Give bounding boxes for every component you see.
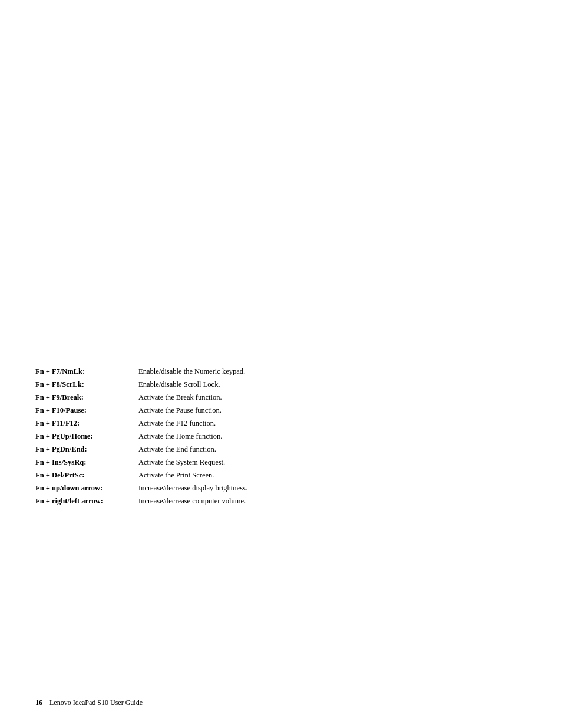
- key-combo: Fn + PgDn/End:: [35, 443, 127, 455]
- key-combo: Fn + Ins/SysRq:: [35, 456, 127, 468]
- key-combo: Fn + right/left arrow:: [35, 495, 127, 507]
- key-description: Activate the Home function.: [127, 430, 527, 442]
- key-description: Activate the Pause function.: [127, 404, 527, 416]
- key-description: Activate the Break function.: [127, 391, 527, 403]
- table-row: Fn + Ins/SysRq:Activate the System Reque…: [35, 456, 527, 468]
- page-container: Fn + F7/NmLk:Enable/disable the Numeric …: [0, 0, 562, 728]
- key-combo: Fn + F11/F12:: [35, 417, 127, 429]
- table-row: Fn + PgDn/End:Activate the End function.: [35, 443, 527, 455]
- key-combo: Fn + PgUp/Home:: [35, 430, 127, 442]
- key-description: Increase/decrease display brightness.: [127, 482, 527, 494]
- table-row: Fn + F9/Break:Activate the Break functio…: [35, 391, 527, 403]
- table-row: Fn + F8/ScrLk:Enable/disable Scroll Lock…: [35, 378, 527, 390]
- key-combo: Fn + F10/Pause:: [35, 404, 127, 416]
- table-row: Fn + F7/NmLk:Enable/disable the Numeric …: [35, 365, 527, 377]
- key-description: Activate the Print Screen.: [127, 469, 527, 481]
- key-combo: Fn + F9/Break:: [35, 391, 127, 403]
- table-row: Fn + F11/F12:Activate the F12 function.: [35, 417, 527, 429]
- table-row: Fn + F10/Pause:Activate the Pause functi…: [35, 404, 527, 416]
- key-description: Increase/decrease computer volume.: [127, 495, 527, 507]
- key-combo: Fn + F7/NmLk:: [35, 365, 127, 377]
- key-description: Activate the F12 function.: [127, 417, 527, 429]
- table-row: Fn + Del/PrtSc:Activate the Print Screen…: [35, 469, 527, 481]
- footer: 16 Lenovo IdeaPad S10 User Guide: [35, 699, 527, 707]
- page-number: 16: [35, 699, 42, 707]
- table-row: Fn + right/left arrow:Increase/decrease …: [35, 495, 527, 507]
- key-description: Activate the System Request.: [127, 456, 527, 468]
- key-combo: Fn + up/down arrow:: [35, 482, 127, 494]
- key-table: Fn + F7/NmLk:Enable/disable the Numeric …: [35, 365, 527, 507]
- key-description: Activate the End function.: [127, 443, 527, 455]
- key-combo: Fn + F8/ScrLk:: [35, 378, 127, 390]
- table-row: Fn + PgUp/Home:Activate the Home functio…: [35, 430, 527, 442]
- content-area: Fn + F7/NmLk:Enable/disable the Numeric …: [35, 365, 527, 508]
- key-description: Enable/disable Scroll Lock.: [127, 378, 527, 390]
- table-row: Fn + up/down arrow:Increase/decrease dis…: [35, 482, 527, 494]
- key-description: Enable/disable the Numeric keypad.: [127, 365, 527, 377]
- key-combo: Fn + Del/PrtSc:: [35, 469, 127, 481]
- footer-text: Lenovo IdeaPad S10 User Guide: [49, 699, 143, 707]
